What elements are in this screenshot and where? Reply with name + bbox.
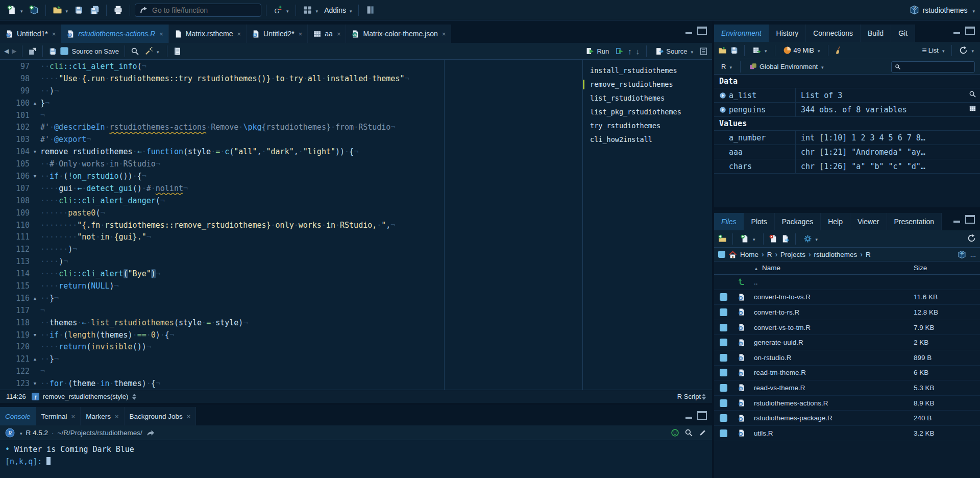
tab-help[interactable]: Help <box>821 213 850 230</box>
run-previous-icon[interactable]: ↑ <box>628 47 632 56</box>
file-checkbox[interactable] <box>720 339 727 346</box>
environment-scope-selector[interactable]: Global Environment <box>747 61 826 72</box>
file-row[interactable]: Rread-tm-theme.R6 KB <box>714 366 980 381</box>
expand-icon[interactable] <box>719 92 726 99</box>
environment-search-box[interactable] <box>891 61 975 73</box>
file-row[interactable]: Rutils.R3.2 KB <box>714 426 980 441</box>
close-icon[interactable] <box>159 30 163 38</box>
file-row[interactable]: Rread-vs-theme.R5.3 KB <box>714 380 980 396</box>
breadcrumb-item[interactable]: R <box>866 251 871 258</box>
goto-file-input[interactable] <box>151 6 257 15</box>
close-icon[interactable] <box>52 30 56 38</box>
scope-selector[interactable]: f remove_rstudiothemes(style) <box>31 392 137 401</box>
minimize-icon[interactable] <box>685 28 692 34</box>
file-name[interactable]: convert-vs-to-tm.R <box>751 324 914 331</box>
git-button[interactable]: G <box>271 4 291 16</box>
environment-object-row[interactable]: charschr [1:26] "a" "b" "c" "d"… <box>714 159 980 174</box>
file-checkbox[interactable] <box>720 324 727 331</box>
outline-item[interactable]: install_rstudiothemes <box>583 64 712 78</box>
source-button[interactable]: Source <box>653 46 695 57</box>
file-row[interactable]: Rrstudiothemes-actions.R8.9 KB <box>714 396 980 411</box>
more-file-commands-button[interactable] <box>801 233 820 244</box>
console-tab[interactable]: Background Jobs <box>125 407 197 425</box>
file-checkbox[interactable] <box>720 354 727 362</box>
run-button[interactable]: Run <box>584 46 611 57</box>
save-icon[interactable] <box>48 47 57 56</box>
maximize-icon[interactable] <box>697 411 707 420</box>
name-column-header[interactable]: Name <box>751 264 914 272</box>
addins-button[interactable]: Addins <box>322 5 354 15</box>
project-cube-icon[interactable]: R <box>958 250 966 259</box>
environment-object-row[interactable]: penguins344 obs. of 8 variables <box>714 103 980 117</box>
save-button[interactable] <box>72 4 86 16</box>
tab-viewer[interactable]: Viewer <box>850 213 887 230</box>
file-checkbox[interactable] <box>720 414 727 422</box>
expand-icon[interactable] <box>719 106 726 113</box>
tab-packages[interactable]: Packages <box>775 213 821 230</box>
editor-tab[interactable]: RUntitled2* <box>247 25 308 43</box>
editor-tab[interactable]: Matrix.rstheme <box>169 25 247 43</box>
file-row[interactable]: Rconvert-vs-to-tm.R7.9 KB <box>714 320 980 336</box>
file-checkbox[interactable] <box>720 308 727 316</box>
search-console-icon[interactable] <box>684 428 693 437</box>
new-folder-icon[interactable] <box>718 234 727 243</box>
file-checkbox[interactable] <box>720 384 727 392</box>
size-column-header[interactable]: Size <box>914 264 980 272</box>
find-replace-icon[interactable] <box>131 47 139 56</box>
environment-object-row[interactable]: aaachr [1:21] "Andromeda" "ay… <box>714 145 980 159</box>
tab-presentation[interactable]: Presentation <box>887 213 942 230</box>
inspect-icon[interactable] <box>969 90 976 98</box>
print-button[interactable] <box>111 4 125 16</box>
outline-item[interactable]: remove_rstudiothemes <box>583 78 712 91</box>
outline-item[interactable]: try_rstudiothemes <box>583 119 712 133</box>
outline-item[interactable]: cli_how2install <box>583 133 712 147</box>
select-all-checkbox[interactable] <box>718 251 725 258</box>
editor-tab[interactable]: aa <box>308 25 346 43</box>
file-checkbox[interactable] <box>720 399 727 407</box>
rerun-icon[interactable] <box>615 47 624 56</box>
source-on-save-checkbox[interactable] <box>60 47 68 55</box>
file-name[interactable]: rstudiothemes-actions.R <box>751 399 914 407</box>
console-output[interactable]: • Winter is Coming Dark Blue[n,k,q]: <box>0 440 712 468</box>
outline-item[interactable]: list_rstudiothemes <box>583 91 712 105</box>
environment-object-row[interactable]: a_listList of 3 <box>714 88 980 103</box>
back-button[interactable]: ◀ <box>4 47 9 55</box>
close-icon[interactable] <box>71 413 76 420</box>
close-icon[interactable] <box>115 413 119 420</box>
console-tab[interactable]: Markers <box>81 407 124 425</box>
outline-item[interactable]: list_pkg_rstudiothemes <box>583 105 712 119</box>
minimize-icon[interactable] <box>953 28 960 34</box>
file-checkbox[interactable] <box>720 369 727 376</box>
save-all-button[interactable] <box>88 4 102 16</box>
close-icon[interactable] <box>187 413 191 420</box>
clear-console-icon[interactable] <box>698 428 707 437</box>
minimize-icon[interactable] <box>685 413 692 419</box>
minimize-icon[interactable] <box>953 217 960 223</box>
file-row[interactable]: Rconvert-to-rs.R12.8 KB <box>714 305 980 320</box>
close-icon[interactable] <box>337 30 341 38</box>
file-name[interactable]: read-tm-theme.R <box>751 369 914 376</box>
close-icon[interactable] <box>299 30 303 38</box>
file-checkbox[interactable] <box>720 293 727 301</box>
breadcrumb-item[interactable]: Projects <box>780 251 805 258</box>
r-logo-icon[interactable]: R <box>5 428 15 438</box>
editor-tab[interactable]: JSMatrix-color-theme.json <box>346 25 451 43</box>
popout-icon[interactable] <box>28 47 37 56</box>
environment-search-input[interactable] <box>903 63 962 71</box>
close-icon[interactable] <box>237 30 241 38</box>
forward-button[interactable]: ▶ <box>12 47 16 55</box>
tab-git[interactable]: Git <box>891 25 915 42</box>
compile-report-icon[interactable] <box>173 47 182 56</box>
workspace-panes-button[interactable] <box>301 4 321 16</box>
parent-directory-row[interactable]: .. <box>714 275 980 290</box>
file-name[interactable]: generate-uuid.R <box>751 339 914 346</box>
refresh-environment-button[interactable] <box>957 45 976 56</box>
tab-build[interactable]: Build <box>861 25 891 42</box>
environment-object-row[interactable]: a_numberint [1:10] 1 2 3 4 5 6 7 8… <box>714 131 980 145</box>
document-outline-icon[interactable] <box>699 47 708 56</box>
tab-history[interactable]: History <box>769 25 806 42</box>
save-workspace-icon[interactable] <box>730 46 739 55</box>
breadcrumb-item[interactable]: Home <box>740 251 758 258</box>
breadcrumb-item[interactable]: rstudiothemes <box>814 251 857 258</box>
code-tools-button[interactable] <box>142 46 161 57</box>
